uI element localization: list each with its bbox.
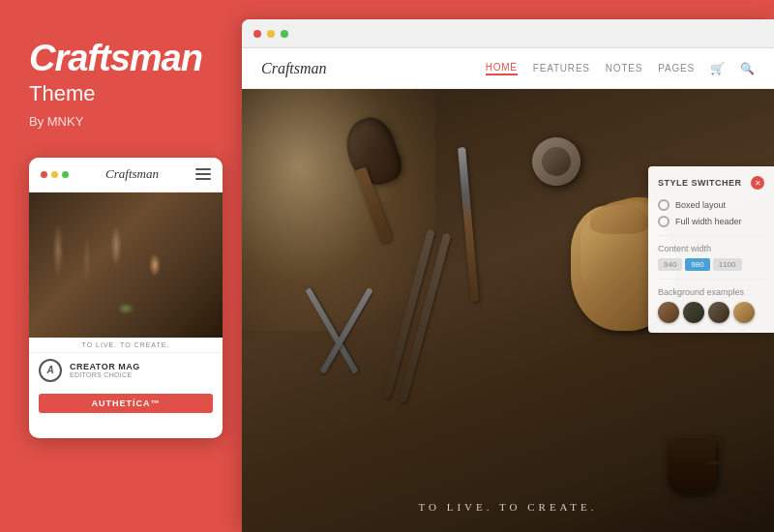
- style-switcher-panel: Style Switcher ✕ Boxed layout Full width…: [648, 166, 774, 333]
- width-btn-940[interactable]: 940: [658, 258, 682, 271]
- nav-link-notes[interactable]: Notes: [606, 63, 642, 74]
- left-panel: Craftsman Theme By MNKY Craftsman To Liv…: [0, 0, 232, 532]
- switcher-header: Style Switcher ✕: [658, 176, 764, 190]
- badge-circle-icon: A: [39, 359, 62, 382]
- site-navigation: Craftsman Home Features Notes Pages 🛒 🔍: [242, 48, 774, 89]
- width-btn-1100[interactable]: 1100: [713, 258, 742, 271]
- content-width-label: Content width: [658, 244, 764, 253]
- background-swatches: [658, 302, 764, 323]
- bg-swatch-1[interactable]: [658, 302, 679, 323]
- switcher-close-button[interactable]: ✕: [751, 176, 764, 190]
- option-full-width-label: Full width header: [675, 217, 742, 226]
- mobile-dot-red: [41, 171, 47, 178]
- mobile-site-logo: Craftsman: [105, 166, 159, 182]
- browser-dot-red[interactable]: [253, 30, 261, 38]
- mobile-dot-green: [62, 171, 69, 178]
- theme-title: Craftsman: [29, 39, 202, 79]
- option-boxed-layout[interactable]: Boxed layout: [658, 199, 764, 211]
- browser-dot-green[interactable]: [281, 30, 288, 38]
- switcher-title: Style Switcher: [658, 178, 742, 188]
- mobile-dot-yellow: [51, 171, 58, 178]
- nav-link-features[interactable]: Features: [533, 63, 590, 74]
- mobile-auth-button[interactable]: Authetíca™: [39, 394, 213, 413]
- site-hero: To Live. To Create. Style Switcher ✕ Box…: [242, 89, 774, 532]
- option-boxed-label: Boxed layout: [675, 200, 726, 210]
- option-full-width[interactable]: Full width header: [658, 216, 764, 227]
- browser-dot-yellow[interactable]: [267, 30, 275, 38]
- nav-link-home[interactable]: Home: [486, 62, 518, 75]
- mobile-mockup: Craftsman To Live. To Create. A Creator …: [29, 158, 223, 438]
- cart-icon[interactable]: 🛒: [710, 62, 725, 75]
- theme-author: By MNKY: [29, 114, 83, 129]
- mobile-hero-image: [29, 192, 223, 338]
- width-buttons-group: 940 980 1100: [658, 258, 764, 271]
- badge-subtitle: Editors Choice: [70, 371, 140, 378]
- switcher-divider-1: [658, 235, 764, 236]
- badge-text: Creator Mag Editors Choice: [70, 362, 140, 378]
- bg-swatch-2[interactable]: [683, 302, 704, 323]
- background-label: Background examples: [658, 287, 764, 297]
- desktop-mockup: Craftsman Home Features Notes Pages 🛒 🔍: [242, 19, 774, 532]
- mobile-creator-badge: A Creator Mag Editors Choice: [29, 352, 223, 388]
- mobile-top-bar: Craftsman: [29, 158, 223, 192]
- radio-boxed-layout[interactable]: [658, 199, 670, 211]
- hero-tagline: To Live. To Create.: [418, 501, 597, 513]
- nav-links: Home Features Notes Pages 🛒 🔍: [486, 62, 755, 75]
- mobile-tagline: To Live. To Create.: [29, 338, 223, 352]
- radio-full-width[interactable]: [658, 216, 670, 227]
- mobile-hamburger-icon[interactable]: [195, 168, 211, 180]
- site-logo: Craftsman: [261, 60, 327, 77]
- width-btn-980[interactable]: 980: [685, 258, 709, 271]
- hero-light-effect: [242, 89, 435, 331]
- badge-title: Creator Mag: [70, 362, 140, 371]
- theme-subtitle: Theme: [29, 81, 95, 106]
- bg-swatch-3[interactable]: [708, 302, 729, 323]
- browser-chrome: [242, 19, 774, 48]
- nav-link-pages[interactable]: Pages: [658, 63, 695, 74]
- switcher-divider-2: [658, 279, 764, 280]
- search-icon[interactable]: 🔍: [740, 62, 755, 75]
- bg-swatch-4[interactable]: [733, 302, 755, 323]
- mobile-window-dots: [41, 171, 69, 178]
